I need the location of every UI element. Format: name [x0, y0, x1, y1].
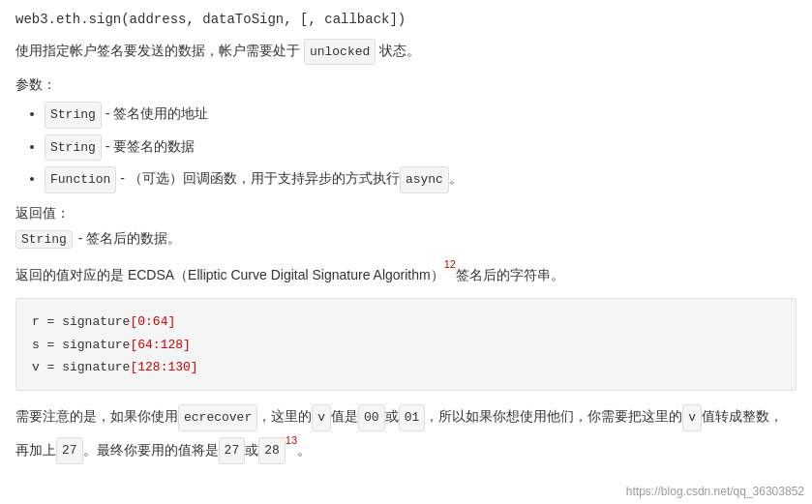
note-text7: 。最终你要用的值将是 — [83, 441, 219, 457]
return-type: String — [15, 230, 73, 249]
description-text: 使用指定帐户签名要发送的数据，帐户需要处于 unlocked 状态。 — [15, 39, 797, 65]
async-code: async — [400, 166, 449, 193]
list-item: Function - （可选）回调函数，用于支持异步的方式执行async。 — [45, 166, 797, 193]
code-highlight-2: [64:128] — [130, 338, 190, 352]
param-suffix-2: 。 — [449, 170, 463, 186]
ecdsa-after: 签名后的字符串。 — [456, 266, 564, 282]
note-code4: 01 — [399, 404, 426, 430]
code-line-1: r = signature[0:64] — [32, 311, 780, 333]
param-type-0: String — [45, 102, 102, 128]
code-highlight-1: [0:64] — [130, 314, 175, 329]
watermark: https://blog.csdn.net/qq_36303852 — [626, 485, 804, 498]
note-text8: 或 — [245, 441, 258, 457]
return-desc: - 签名后的数据。 — [78, 230, 182, 248]
ecdsa-description: 返回的值对应的是 ECDSA（Elliptic Curve Digital Si… — [15, 256, 797, 287]
param-desc-1: - 要签名的数据 — [105, 138, 195, 154]
note-text9: 。 — [297, 441, 311, 457]
ecdsa-before: 返回的值对应的是 ECDSA（Elliptic Curve Digital Si… — [15, 266, 444, 282]
note-text4: 或 — [385, 408, 399, 424]
note-code1: ecrecover — [178, 404, 257, 430]
param-desc-0: - 签名使用的地址 — [105, 105, 209, 121]
note-code8: 28 — [258, 437, 286, 463]
note-code5: v — [682, 404, 702, 430]
function-signature: web3.eth.sign(address, dataToSign, [, ca… — [15, 12, 797, 27]
list-item: String - 签名使用的地址 — [45, 102, 797, 128]
params-label: 参数： — [15, 76, 797, 94]
sup-link-13[interactable]: 13 — [286, 434, 297, 446]
list-item: String - 要签名的数据 — [45, 134, 797, 161]
description-before: 使用指定帐户签名要发送的数据，帐户需要处于 — [15, 43, 300, 58]
param-type-2: Function — [45, 166, 116, 193]
note-text3: 值是 — [331, 408, 358, 424]
unlocked-code: unlocked — [304, 39, 376, 65]
note-code3: 00 — [358, 404, 385, 430]
sup-link-12[interactable]: 12 — [444, 259, 456, 271]
note-before: 需要注意的是，如果你使用 — [15, 408, 178, 424]
code-highlight-3: [128:130] — [130, 360, 197, 374]
code-line-3: v = signature[128:130] — [32, 356, 780, 378]
note-code6: 27 — [56, 437, 83, 463]
code-line-2: s = signature[64:128] — [32, 334, 780, 356]
params-list: String - 签名使用的地址 String - 要签名的数据 Functio… — [15, 102, 797, 193]
param-desc-2: - （可选）回调函数，用于支持异步的方式执行 — [120, 170, 400, 186]
note-text5: ，所以如果你想使用他们，你需要把这里的 — [425, 408, 682, 424]
description-after: 状态。 — [379, 43, 420, 58]
return-value: String - 签名后的数据。 — [15, 230, 181, 249]
note-text: 需要注意的是，如果你使用ecrecover，这里的v值是00或01，所以如果你想… — [15, 404, 797, 463]
return-label: 返回值： — [15, 205, 797, 222]
code-block: r = signature[0:64] s = signature[64:128… — [15, 298, 797, 391]
note-code7: 27 — [219, 437, 246, 463]
note-text2: ，这里的 — [257, 408, 312, 424]
param-type-1: String — [45, 134, 102, 161]
note-code2: v — [312, 404, 331, 430]
